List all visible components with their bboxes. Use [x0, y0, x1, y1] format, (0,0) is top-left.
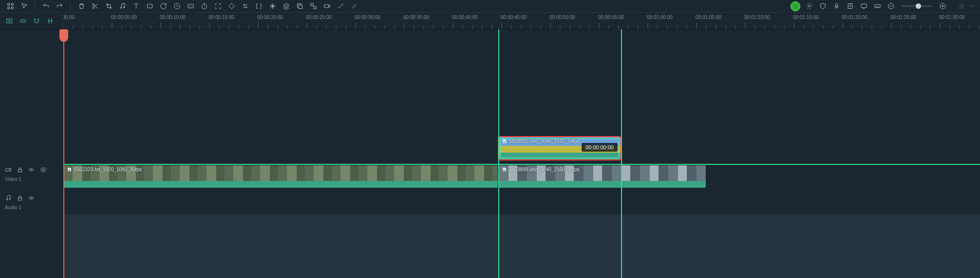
ruler-label: 00:00:20:00 [257, 15, 283, 20]
undo-icon[interactable] [39, 1, 52, 12]
snap-guide-horizontal [63, 164, 980, 165]
svg-rect-12 [299, 5, 302, 9]
clip-main-2[interactable]: 3403899-uhd_3840_2160_25fps [498, 165, 706, 188]
ruler-label: 00:00:15:00 [208, 15, 234, 20]
ruler-label: 00:00:55:00 [598, 15, 624, 20]
marker-sync-icon[interactable] [46, 17, 55, 25]
focus-icon[interactable] [211, 1, 224, 12]
note-icon[interactable] [844, 1, 856, 12]
adjust-icon[interactable] [239, 1, 251, 12]
magnet-icon[interactable] [32, 17, 41, 25]
snap-guide-vertical [498, 29, 499, 278]
clip-main-1[interactable]: 5562323-hd_1920_1080_30fps [63, 165, 498, 188]
track-labels-panel: Video 1 Audio 1 [0, 29, 63, 278]
clip-dragging[interactable]: 5608091-uhd_3840_2160_24fps 00:00:00:00 [498, 137, 621, 160]
avatar-icon[interactable] [789, 1, 802, 12]
ruler-label: 00:01:05:00 [696, 15, 721, 20]
lock-icon[interactable] [17, 195, 23, 202]
zoom-in-icon[interactable] [936, 1, 949, 12]
audio-track-name: Audio 1 [5, 205, 58, 210]
zoom-out-icon[interactable] [885, 1, 897, 12]
top-toolbar [0, 0, 980, 13]
ruler-label: 00:00:25:00 [306, 15, 332, 20]
track-label-audio1[interactable]: Audio 1 [0, 192, 63, 215]
playhead[interactable] [63, 29, 64, 278]
speed-icon[interactable] [170, 1, 183, 12]
layers-icon[interactable] [280, 1, 292, 12]
text-icon[interactable] [130, 1, 142, 12]
lock-icon[interactable] [17, 166, 23, 174]
subbar-left-controls [0, 13, 63, 29]
svg-rect-30 [19, 198, 22, 200]
mic-icon[interactable] [830, 1, 843, 12]
link-icon[interactable] [19, 17, 27, 25]
clip-waveform [499, 153, 621, 159]
redo-icon[interactable] [53, 1, 66, 12]
svg-rect-15 [324, 4, 328, 7]
timeline-view-icon[interactable] [955, 1, 967, 12]
svg-rect-13 [310, 3, 313, 6]
svg-rect-18 [835, 3, 837, 7]
rotate-icon[interactable] [157, 1, 170, 12]
caption-icon[interactable] [184, 1, 197, 12]
clip-time-badge: 00:00:00:00 [582, 143, 618, 152]
ruler-label: 00:00:40:00 [452, 15, 478, 20]
trash-icon[interactable] [75, 1, 88, 12]
ruler-label: 00:00:35:00 [403, 15, 429, 20]
music-note-icon[interactable] [116, 1, 129, 12]
timeline-subbar: 00:0000:00:05:0000:00:10:0000:00:15:0000… [0, 13, 980, 29]
keyboard-icon[interactable] [871, 1, 884, 12]
effects-icon[interactable] [266, 1, 279, 12]
ruler-label: 00:00:10:00 [160, 15, 186, 20]
settings-gear-icon[interactable] [803, 1, 815, 12]
svg-rect-20 [861, 4, 866, 8]
timer-icon[interactable] [198, 1, 210, 12]
shield-icon[interactable] [816, 1, 829, 12]
video-track-name: Video 1 [5, 177, 58, 182]
ruler-label: 00:00:45:00 [501, 15, 527, 20]
zoom-slider[interactable] [901, 5, 932, 7]
svg-rect-2 [7, 7, 9, 9]
copy-icon[interactable] [293, 1, 306, 12]
crop-icon[interactable] [102, 1, 115, 12]
cursor-icon[interactable] [18, 1, 30, 12]
svg-point-5 [92, 7, 94, 9]
monitor-icon[interactable] [857, 1, 870, 12]
ruler-label: 00:01:20:00 [842, 15, 867, 20]
group-icon[interactable] [307, 1, 320, 12]
clip-name-label: 3403899-uhd_3840_2160_25fps [502, 167, 580, 172]
ruler-label: 00:00:30:00 [355, 15, 380, 20]
separator [35, 2, 35, 10]
bracket-icon[interactable] [252, 1, 265, 12]
chevron-down-icon[interactable] [968, 1, 976, 12]
timeline-ruler[interactable]: 00:0000:00:05:0000:00:10:0000:00:15:0000… [63, 13, 980, 29]
ruler-label: 00:00:05:00 [111, 15, 137, 20]
rectangle-icon[interactable] [143, 1, 156, 12]
apps-icon[interactable] [4, 1, 17, 12]
ruler-label: 00:00 [63, 15, 75, 20]
scissors-icon[interactable] [89, 1, 101, 12]
svg-rect-8 [147, 4, 152, 8]
magic-icon[interactable] [334, 1, 347, 12]
audio-track-strip[interactable] [63, 192, 980, 215]
svg-rect-0 [7, 3, 9, 5]
record-icon[interactable] [320, 1, 333, 12]
video-track-icon [5, 166, 12, 174]
svg-point-29 [9, 199, 10, 199]
svg-point-28 [6, 199, 7, 200]
mute-icon[interactable] [28, 195, 35, 202]
svg-point-6 [120, 7, 122, 9]
snap-guide-vertical [621, 29, 622, 278]
timeline-area: Video 1 Audio 1 5608091-uhd_3840_2160_ [0, 29, 980, 278]
track-label-video1[interactable]: Video 1 [0, 164, 63, 192]
visibility-icon[interactable] [40, 166, 47, 174]
unlink-icon[interactable] [348, 1, 360, 12]
svg-point-16 [794, 4, 796, 6]
mute-icon[interactable] [28, 166, 35, 174]
svg-rect-25 [6, 168, 10, 171]
tag-icon[interactable] [225, 1, 238, 12]
tracks-canvas[interactable]: 5608091-uhd_3840_2160_24fps 00:00:00:00 … [63, 29, 980, 278]
add-track-icon[interactable] [5, 17, 14, 25]
svg-point-7 [123, 7, 125, 8]
audio-track-icon [5, 195, 12, 202]
